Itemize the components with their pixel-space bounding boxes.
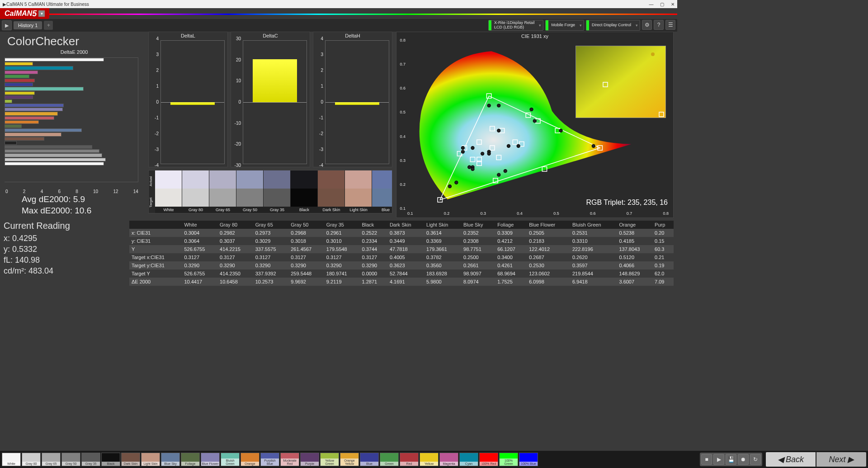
svg-point-35	[487, 104, 491, 107]
deltae-bar	[5, 108, 63, 111]
swatch[interactable]: Black	[291, 170, 318, 213]
svg-point-46	[651, 52, 655, 56]
swatch[interactable]: Gray 50	[236, 170, 264, 213]
deltal-chart: DeltaL 43210-1-2-3-4	[148, 32, 228, 167]
deltae-bar	[5, 162, 104, 165]
deltae-bar	[5, 124, 22, 128]
deltae-bar	[5, 83, 33, 86]
current-reading: Current Reading x: 0.4295 y: 0.5332 fL: …	[4, 221, 126, 297]
device-meter[interactable]: X-Rite i1Display Retail LCD (LED RGB) ▾	[488, 20, 544, 31]
deltae-bar	[5, 75, 29, 78]
swatch-comparison: Actual Target WhiteGray 80Gray 65Gray 50…	[148, 170, 392, 213]
table-row: y: CIE310.30640.30370.30290.30180.30100.…	[129, 237, 674, 245]
svg-point-30	[471, 147, 474, 150]
close-icon[interactable]: ✕	[671, 2, 675, 7]
swatch[interactable]: Gray 80	[182, 170, 209, 213]
table-row: Y526.6755414.2215337.5575261.4567179.554…	[129, 245, 674, 253]
svg-point-38	[504, 170, 507, 173]
deltah-chart: DeltaH 43210-1-2-3-4	[313, 32, 392, 167]
deltae-bar	[5, 158, 106, 161]
table-row: Target y:CIE310.32900.32900.32900.32900.…	[129, 261, 674, 269]
swatch-target-label: Target	[149, 192, 155, 213]
svg-point-25	[517, 144, 520, 147]
deltae-bar	[5, 137, 44, 141]
data-table[interactable]: WhiteGray 80Gray 65Gray 50Gray 35BlackDa…	[129, 221, 674, 297]
deltae-bar	[5, 149, 99, 153]
swatch[interactable]: Light Skin	[345, 170, 372, 213]
minimize-icon[interactable]: —	[649, 2, 653, 7]
table-row: Target Y526.6755414.2350337.9392259.5448…	[129, 269, 674, 278]
rainbow-divider	[49, 14, 677, 15]
swatch[interactable]: White	[155, 170, 182, 213]
menu-icon[interactable]: ☰	[665, 20, 675, 30]
window-titlebar: ▶ CalMAN 5 CalMAN Ultimate for Business …	[0, 0, 677, 8]
deltae-bar	[5, 71, 38, 74]
deltae-bar	[5, 87, 84, 90]
deltae-bar	[5, 153, 102, 157]
svg-rect-43	[576, 46, 665, 118]
reading-x: x: 0.4295	[4, 234, 126, 243]
swatch[interactable]: Gray 65	[209, 170, 236, 213]
deltae-bar	[5, 116, 54, 120]
swatch-actual-label: Actual	[149, 170, 155, 192]
device-source[interactable]: Mobile Forge ▾	[545, 20, 584, 31]
window-title: CalMAN 5 CalMAN Ultimate for Business	[6, 2, 89, 7]
max-de2000: Max dE2000: 10.6	[22, 205, 145, 217]
deltae-bar	[5, 104, 64, 107]
svg-point-41	[497, 173, 500, 176]
tab-add-button[interactable]: +	[44, 21, 53, 30]
swatch[interactable]: Blue	[372, 170, 392, 213]
svg-point-42	[461, 147, 464, 150]
deltae-bar	[5, 95, 33, 99]
svg-point-23	[487, 152, 491, 155]
deltae-bar	[5, 120, 39, 124]
table-row: Target x:CIE310.31270.31270.31270.31270.…	[129, 253, 674, 261]
svg-point-31	[559, 129, 562, 132]
deltae-bar	[5, 128, 82, 132]
deltae-bar	[5, 145, 92, 149]
deltae-bar	[5, 91, 35, 95]
cie-chart: CIE 1931 xy	[396, 32, 674, 218]
chevron-down-icon[interactable]: ▾	[537, 23, 543, 28]
brand-menu-icon[interactable]: ▼	[38, 10, 45, 17]
svg-point-29	[471, 167, 474, 170]
svg-point-26	[507, 144, 510, 147]
deltae-bar	[5, 58, 104, 61]
page-title: ColorChecker	[7, 34, 145, 48]
svg-point-39	[461, 150, 464, 153]
tab-history[interactable]: History 1	[14, 21, 42, 29]
chevron-down-icon[interactable]: ▾	[578, 23, 584, 28]
swatch[interactable]: Dark Skin	[318, 170, 345, 213]
deltac-chart: DeltaC 3020100-10-20-30	[231, 32, 310, 167]
play-button[interactable]: ▶	[2, 20, 12, 30]
chevron-down-icon[interactable]: ▾	[634, 23, 640, 28]
table-row: x: CIE310.30040.29820.29730.29680.29610.…	[129, 229, 674, 237]
reading-cdm2: cd/m²: 483.04	[4, 266, 126, 276]
svg-point-28	[497, 129, 500, 132]
svg-point-32	[455, 181, 458, 184]
deltae-bar	[5, 99, 12, 103]
toolbar: ▶ History 1 + X-Rite i1Display Retail LC…	[0, 19, 677, 32]
svg-point-33	[533, 119, 536, 123]
deltae-chart: DeltaE 2000 02468101214	[4, 49, 145, 194]
device-display[interactable]: Direct Display Control ▾	[586, 20, 640, 31]
maximize-icon[interactable]: ▢	[660, 2, 664, 7]
swatch[interactable]: Gray 35	[264, 170, 291, 213]
help-icon[interactable]: ?	[654, 20, 664, 30]
svg-point-22	[481, 152, 484, 155]
avg-de2000: Avg dE2000: 5.9	[22, 194, 145, 205]
svg-point-36	[592, 144, 595, 147]
deltae-bar	[5, 132, 61, 136]
svg-point-37	[530, 108, 533, 111]
app-icon: ▶	[3, 2, 6, 7]
gear-icon[interactable]: ⚙	[642, 20, 652, 30]
table-row: ΔE 200010.441710.645810.25739.96929.2119…	[129, 278, 674, 286]
deltae-bar	[5, 112, 58, 115]
reading-fL: fL: 140.98	[4, 255, 126, 265]
deltae-bar	[5, 62, 33, 66]
reading-y: y: 0.5332	[4, 245, 126, 254]
rgb-triplet-label: RGB Triplet: 235, 235, 16	[586, 199, 668, 207]
deltae-bar	[5, 66, 73, 70]
svg-point-34	[448, 185, 451, 188]
main-content: ColorChecker DeltaE 2000 02468101214 Avg…	[0, 32, 677, 348]
